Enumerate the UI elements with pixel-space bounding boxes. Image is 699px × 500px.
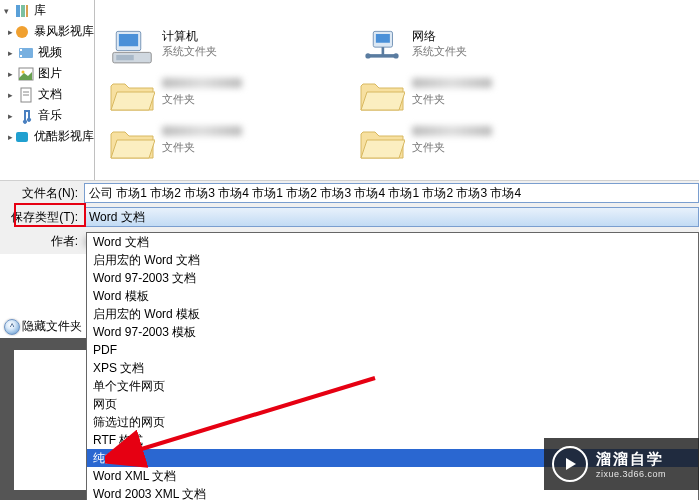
svg-rect-16 [116,55,134,60]
file-type: 系统文件夹 [412,44,467,59]
author-label: 作者: [0,233,84,250]
favorites-tree: ▾ 库 ▸ 暴风影视库 ▸ 视频 ▸ 图片 ▸ 文档 ▸ [0,0,95,340]
storm-icon [14,24,30,40]
savetype-option[interactable]: 网页 [87,395,698,413]
svg-rect-2 [26,5,28,17]
svg-point-21 [393,53,398,58]
savetype-option[interactable]: Word 97-2003 模板 [87,323,698,341]
picture-icon [18,66,34,82]
file-item-folder[interactable]: 文件夹 [350,72,600,120]
watermark-badge: 溜溜自学 zixue.3d66.com [544,438,699,490]
tree-label: 库 [34,2,46,19]
background-app-page [14,350,86,490]
video-icon [18,45,34,61]
svg-rect-14 [119,34,138,46]
expand-arrow[interactable]: ▸ [8,90,18,100]
savetype-option[interactable]: Word 97-2003 文档 [87,269,698,287]
file-type: 文件夹 [162,92,242,107]
filename-label: 文件名(N): [0,185,84,202]
filename-row: 文件名(N): [0,181,699,205]
file-name: 计算机 [162,28,217,44]
tree-item-youku[interactable]: ▸ 优酷影视库 [0,126,94,147]
tree-label: 音乐 [38,107,62,124]
tree-label: 文档 [38,86,62,103]
tree-label: 视频 [38,44,62,61]
network-icon [358,28,406,68]
folder-icon [108,76,156,116]
svg-rect-1 [21,5,25,17]
expand-arrow[interactable]: ▾ [4,6,14,16]
savetype-value: Word 文档 [89,209,145,226]
file-name [162,76,242,92]
expand-arrow[interactable]: ▸ [8,111,18,121]
file-item-folder[interactable]: 文件夹 [350,120,600,168]
watermark-title: 溜溜自学 [596,450,666,469]
play-icon [552,446,588,482]
file-name [162,124,242,140]
youku-icon [14,129,30,145]
savetype-row: 保存类型(T): Word 文档 [0,205,699,229]
svg-rect-0 [16,5,20,17]
savetype-label: 保存类型(T): [0,209,84,226]
document-icon [18,87,34,103]
file-type: 文件夹 [412,92,492,107]
file-name [412,76,492,92]
savetype-option[interactable]: Word 模板 [87,287,698,305]
file-item-folder[interactable]: 文件夹 [100,120,350,168]
file-type: 文件夹 [412,140,492,155]
file-item-network[interactable]: 网络 系统文件夹 [350,24,600,72]
filename-input[interactable] [84,183,699,203]
tree-item-library[interactable]: ▾ 库 [0,0,94,21]
savetype-option[interactable]: XPS 文档 [87,359,698,377]
tree-label: 优酷影视库 [34,128,94,145]
savetype-option[interactable]: 启用宏的 Word 模板 [87,305,698,323]
tree-label: 暴风影视库 [34,23,94,40]
library-icon [14,3,30,19]
svg-rect-18 [376,34,390,43]
tree-item-document[interactable]: ▸ 文档 [0,84,94,105]
file-type: 系统文件夹 [162,44,217,59]
folder-icon [358,76,406,116]
savetype-option[interactable]: PDF [87,341,698,359]
file-item-computer[interactable]: 计算机 系统文件夹 [100,24,350,72]
file-type: 文件夹 [162,140,242,155]
tree-item-picture[interactable]: ▸ 图片 [0,63,94,84]
tree-item-music[interactable]: ▸ 音乐 [0,105,94,126]
expand-arrow[interactable]: ▸ [8,48,18,58]
savetype-option[interactable]: 单个文件网页 [87,377,698,395]
music-icon [18,108,34,124]
expand-arrow[interactable]: ▸ [8,69,18,79]
file-item-folder[interactable]: 文件夹 [100,72,350,120]
savetype-dropdown[interactable]: Word 文档 [84,207,699,227]
tree-item-video[interactable]: ▸ 视频 [0,42,94,63]
svg-point-3 [16,26,28,38]
computer-icon [108,28,156,68]
hide-folders-button[interactable]: 隐藏文件夹 [4,318,82,335]
file-list-pane: 计算机 系统文件夹 网络 系统文件夹 文件夹 [96,0,699,180]
svg-rect-5 [20,49,22,51]
watermark-url: zixue.3d66.com [596,469,666,479]
file-name: 网络 [412,28,467,44]
tree-label: 图片 [38,65,62,82]
svg-rect-6 [20,55,22,57]
hide-folders-label: 隐藏文件夹 [22,318,82,335]
tree-item-storm[interactable]: ▸ 暴风影视库 [0,21,94,42]
svg-point-20 [365,53,370,58]
folder-icon [108,124,156,164]
savetype-option[interactable]: 筛选过的网页 [87,413,698,431]
file-name [412,124,492,140]
folder-icon [358,124,406,164]
svg-rect-12 [16,132,28,142]
savetype-option[interactable]: 启用宏的 Word 文档 [87,251,698,269]
savetype-option[interactable]: Word 文档 [87,233,698,251]
